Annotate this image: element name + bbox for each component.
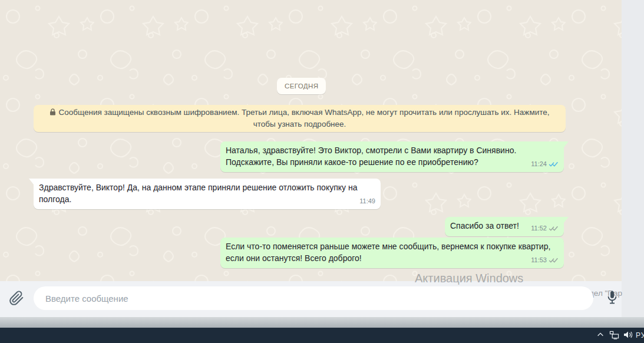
message-meta: 11:24	[531, 159, 559, 170]
message-text: Если что-то поменяется раньше можете мне…	[226, 242, 550, 263]
date-divider: СЕГОДНЯ	[277, 78, 326, 94]
message-time: 11:53	[531, 255, 547, 266]
whatsapp-chat-window: СЕГОДНЯ Сообщения защищены сквозным шифр…	[0, 0, 622, 328]
encryption-banner-text: Сообщения защищены сквозным шифрованием.…	[58, 108, 549, 128]
attach-button[interactable]	[8, 291, 25, 307]
message-bubble-outgoing[interactable]: Наталья, здравствуйте! Это Виктор, смотр…	[220, 141, 564, 172]
tray-volume-button[interactable]	[623, 331, 633, 340]
delivered-double-check-icon	[549, 225, 559, 232]
microphone-icon	[605, 290, 619, 305]
message-time: 11:24	[531, 159, 547, 170]
speaker-icon	[623, 331, 633, 339]
desktop-background-strip	[622, 0, 644, 328]
network-icon	[609, 331, 619, 339]
message-meta: 11:53	[531, 255, 559, 266]
tray-language-indicator[interactable]: РУС	[636, 331, 644, 339]
message-bubble-outgoing[interactable]: Спасибо за ответ! 11:52	[445, 217, 564, 236]
taskbar: РУС	[0, 328, 644, 343]
message-bubble-incoming[interactable]: Здравствуйте, Виктор! Да, на данном этап…	[34, 179, 381, 209]
message-time: 11:52	[531, 223, 547, 235]
message-text: Спасибо за ответ!	[450, 221, 519, 230]
chevron-up-icon	[596, 331, 605, 339]
paperclip-icon	[9, 291, 24, 306]
message-meta: 11:52	[531, 223, 559, 235]
delivered-double-check-icon	[549, 257, 559, 263]
screen: СЕГОДНЯ Сообщения защищены сквозным шифр…	[0, 0, 644, 343]
read-double-check-icon	[549, 161, 559, 167]
message-text: Наталья, здравствуйте! Это Виктор, смотр…	[226, 146, 516, 167]
encryption-banner[interactable]: Сообщения защищены сквозным шифрованием.…	[34, 105, 566, 132]
lock-icon	[49, 108, 56, 116]
message-bubble-outgoing[interactable]: Если что-то поменяется раньше можете мне…	[220, 238, 564, 268]
message-meta: 11:49	[359, 196, 375, 207]
tray-network-button[interactable]	[609, 331, 619, 340]
message-text: Здравствуйте, Виктор! Да, на данном этап…	[39, 183, 357, 204]
message-time: 11:49	[359, 196, 375, 207]
microphone-button[interactable]	[605, 290, 620, 306]
message-input[interactable]	[34, 286, 593, 310]
window-bottom-edge	[0, 317, 644, 328]
tray-show-hidden-icons-button[interactable]	[595, 331, 606, 340]
